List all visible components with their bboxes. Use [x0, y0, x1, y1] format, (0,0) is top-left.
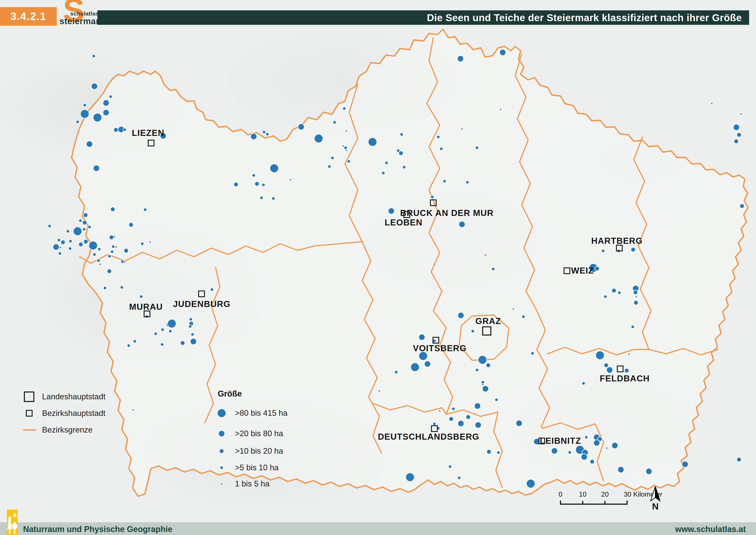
size-legend-title: Größe: [218, 389, 242, 398]
lake-circle: [84, 239, 88, 244]
lake-circle: [513, 308, 515, 310]
lake-circle: [485, 254, 487, 256]
lake-circle: [272, 197, 275, 200]
lake-circle: [734, 139, 739, 144]
lake-circle: [458, 476, 461, 480]
lake-circle: [740, 204, 744, 209]
lake-circle: [80, 110, 89, 118]
lake-circle: [93, 165, 99, 172]
lake-circle: [251, 133, 257, 140]
district-label-liezen: LIEZEN: [132, 128, 164, 138]
footer-website-link[interactable]: www.schulatlas.at: [675, 525, 746, 534]
lake-circle: [443, 180, 446, 183]
lake-circle: [133, 340, 136, 343]
lake-circle: [345, 130, 347, 132]
lake-circle: [180, 341, 185, 345]
lake-circle: [290, 179, 292, 181]
lake-circle: [419, 334, 425, 340]
lake-circle: [482, 384, 484, 386]
lake-circle: [88, 225, 91, 229]
lake-circle: [368, 138, 377, 146]
landeshauptstadt-symbol: [24, 392, 34, 402]
lake-circle: [594, 440, 600, 446]
lake-circle: [140, 295, 143, 298]
lake-circle: [458, 312, 464, 319]
lake-circle: [53, 244, 59, 250]
district-label-weiz: WEIZ: [571, 266, 594, 275]
size-class-circle: [220, 466, 223, 469]
lake-circle: [492, 268, 495, 271]
lake-circle: [711, 103, 713, 105]
lake-circle: [500, 49, 506, 56]
lake-circle: [344, 146, 347, 150]
lake-circle: [433, 422, 436, 426]
lake-circle: [109, 95, 112, 99]
lake-circle: [98, 248, 101, 251]
lake-circle: [103, 110, 109, 116]
scale-bar: [560, 500, 627, 504]
lake-circle: [625, 368, 629, 373]
lake-circle: [149, 241, 151, 243]
lake-circle: [266, 133, 269, 136]
lake-circle: [437, 135, 440, 139]
legend: Landeshauptstadt Bezirkshauptstadt Bezir…: [0, 386, 388, 507]
lake-circle: [103, 287, 107, 290]
lake-circle: [581, 454, 587, 460]
lake-circle: [76, 120, 79, 124]
lake-circle: [114, 128, 118, 132]
lake-circle: [83, 103, 87, 107]
lake-circle: [73, 227, 82, 236]
lake-circle: [733, 124, 740, 130]
lake-circle: [189, 318, 193, 321]
size-class-label: >80 bis 415 ha: [235, 408, 287, 417]
lake-circle: [635, 296, 637, 298]
size-class-circle: [217, 409, 226, 417]
size-class-label: >20 bis 80 ha: [235, 429, 283, 438]
lake-circle: [516, 420, 522, 427]
lake-circle: [585, 436, 588, 439]
legend-label-landeshauptstadt: Landeshauptstadt: [42, 392, 106, 401]
lake-circle: [500, 108, 501, 110]
lake-circle: [113, 236, 115, 238]
lake-circle: [457, 56, 464, 62]
lake-circle: [737, 133, 741, 137]
lake-circle: [93, 113, 102, 122]
lake-circle: [439, 410, 441, 412]
district-label-graz: GRAZ: [475, 316, 501, 326]
lake-circle: [633, 290, 638, 295]
lake-circle: [395, 371, 398, 374]
lake-circle: [210, 288, 214, 291]
lake-circle: [190, 338, 197, 345]
lake-circle: [97, 259, 100, 262]
lake-circle: [612, 289, 616, 293]
size-class-label: >5 bis 10 ha: [235, 463, 279, 472]
lake-circle: [406, 473, 414, 482]
lake-circle: [343, 107, 346, 110]
lake-circle: [109, 235, 114, 240]
lake-circle: [612, 442, 618, 449]
lake-circle: [399, 151, 403, 155]
scale-tick-label: 0: [558, 490, 562, 498]
lake-circle: [452, 407, 455, 410]
bezirkshauptstadt-symbol: [26, 410, 32, 416]
lake-circle: [346, 150, 348, 152]
lake-circle: [111, 207, 115, 211]
lake-circle: [582, 382, 585, 385]
lake-circle: [67, 230, 69, 233]
lake-circle: [606, 447, 608, 449]
lake-circle: [382, 172, 385, 175]
lake-circle: [124, 248, 128, 253]
legend-landeshauptstadt-row: Landeshauptstadt: [24, 392, 106, 402]
lake-circle: [89, 241, 97, 250]
lake-circle: [48, 225, 51, 228]
lake-circle: [252, 174, 256, 177]
lake-circle: [107, 269, 112, 273]
footer-section-title: Naturraum und Physische Geographie: [23, 525, 173, 534]
size-class-circle: [221, 483, 223, 485]
lake-circle: [169, 330, 172, 333]
lake-circle: [161, 328, 164, 331]
lake-circle: [60, 247, 62, 249]
district-label-hartberg: HARTBERG: [591, 236, 643, 245]
lake-circle: [103, 100, 109, 106]
district-label-leibnitz: LEIBNITZ: [540, 436, 581, 445]
